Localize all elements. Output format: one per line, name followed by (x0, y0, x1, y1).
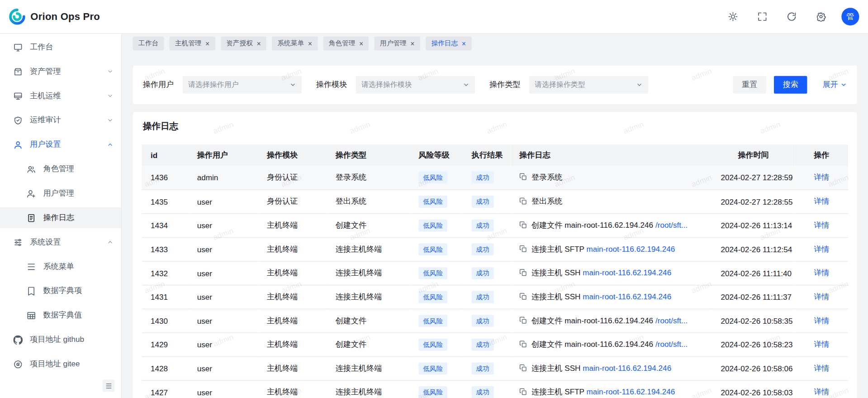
copy-icon[interactable] (519, 269, 527, 276)
cell-time: 2024-02-26 11:11:40 (712, 261, 795, 285)
detail-link[interactable]: 详情 (814, 363, 829, 372)
table-title: 操作日志 (143, 121, 848, 133)
copy-icon[interactable] (519, 340, 527, 348)
sidebar-subitem[interactable]: 角色管理 (0, 158, 121, 180)
table-row: 1429user主机终端创建文件低风险成功创建文件 main-root-116.… (142, 332, 848, 356)
detail-link[interactable]: 详情 (814, 316, 829, 325)
tab-chip[interactable]: 用户管理× (375, 37, 420, 51)
tab-close-icon[interactable]: × (359, 40, 363, 47)
sidebar-item[interactable]: 主机运维 (0, 85, 121, 106)
column-header: 风险等级 (410, 144, 463, 166)
sidebar-subitem[interactable]: 用户管理 (0, 183, 121, 204)
sidebar-item[interactable]: 运维审计 (0, 110, 121, 131)
sidebar-item-label: 资产管理 (30, 67, 107, 77)
tab-chip[interactable]: 资产授权× (221, 37, 266, 51)
sidebar-item[interactable]: 项目地址 github (0, 329, 121, 350)
sidebar-item[interactable]: 用户设置 (0, 134, 121, 155)
cell-log: 创建文件 main-root-116.62.194.246 /root/sft.… (510, 213, 711, 237)
detail-link[interactable]: 详情 (814, 387, 829, 396)
log-link[interactable]: main-root-116.62.194.246 (586, 387, 675, 396)
app-header: Orion Ops Pro 管 (0, 0, 868, 34)
detail-link[interactable]: 详情 (814, 221, 829, 230)
sidebar-item[interactable]: 系统设置 (0, 232, 121, 253)
filter-select[interactable]: 请选择操作用户 (183, 76, 302, 94)
refresh-icon (787, 12, 797, 22)
log-text: 登出系统 (531, 197, 563, 206)
refresh-button[interactable] (783, 8, 801, 25)
detail-link[interactable]: 详情 (814, 197, 829, 206)
host-ops-icon (13, 91, 23, 101)
sidebar-item[interactable]: 工作台 (0, 37, 121, 58)
cell-module: 主机终端 (258, 213, 327, 237)
fullscreen-button[interactable] (754, 8, 771, 25)
expand-label: 展开 (823, 80, 838, 90)
settings-button[interactable] (812, 8, 830, 25)
log-link[interactable]: /root/sft... (655, 340, 688, 349)
cell-id: 1431 (142, 285, 188, 309)
sidebar-collapse-button[interactable] (102, 379, 114, 392)
copy-icon[interactable] (519, 388, 527, 395)
tab-close-icon[interactable]: × (308, 40, 312, 47)
cell-action: 详情 (795, 332, 848, 356)
log-link[interactable]: /root/sft... (655, 316, 688, 325)
tab-close-icon[interactable]: × (205, 40, 209, 47)
copy-icon[interactable] (519, 364, 527, 371)
tab-chip[interactable]: 操作日志× (426, 37, 471, 51)
column-header: 执行结果 (463, 144, 510, 166)
sidebar-subitem[interactable]: 数据字典项 (0, 280, 121, 302)
sun-icon (728, 12, 738, 22)
copy-icon[interactable] (519, 316, 527, 324)
risk-tag: 低风险 (418, 291, 447, 303)
copy-icon[interactable] (519, 221, 527, 229)
theme-toggle-button[interactable] (724, 8, 742, 25)
detail-link[interactable]: 详情 (814, 292, 829, 301)
chevron-down-icon (463, 82, 470, 88)
tab-close-icon[interactable]: × (256, 40, 261, 47)
copy-icon[interactable] (519, 197, 527, 205)
tab-label: 主机管理 (175, 39, 202, 48)
cell-time: 2024-02-26 11:13:14 (712, 213, 795, 237)
table-row: 1431user主机终端连接主机终端低风险成功连接主机 SSH main-roo… (142, 285, 848, 309)
cell-module: 主机终端 (258, 380, 327, 398)
detail-link[interactable]: 详情 (814, 173, 829, 182)
expand-toggle[interactable]: 展开 (823, 80, 847, 90)
detail-link[interactable]: 详情 (814, 244, 829, 253)
reset-button[interactable]: 重置 (733, 76, 766, 94)
cell-time: 2024-02-26 10:58:03 (712, 380, 795, 398)
tab-close-icon[interactable]: × (462, 40, 466, 47)
user-manage-icon (27, 189, 36, 198)
detail-link[interactable]: 详情 (814, 268, 829, 277)
copy-icon[interactable] (519, 173, 527, 181)
log-link[interactable]: main-root-116.62.194.246 (583, 292, 671, 301)
sidebar-item[interactable]: 项目地址 gitee (0, 354, 121, 375)
log-link[interactable]: main-root-116.62.194.246 (586, 244, 675, 253)
sidebar-item[interactable]: 资产管理 (0, 61, 121, 82)
filter-select[interactable]: 请选择操作模块 (356, 76, 475, 94)
cell-log: 连接主机 SSH main-root-116.62.194.246 (510, 285, 711, 309)
cell-module: 主机终端 (258, 309, 327, 333)
user-avatar[interactable]: 管 (841, 8, 859, 25)
tab-close-icon[interactable]: × (410, 40, 414, 47)
log-link[interactable]: main-root-116.62.194.246 (583, 268, 671, 277)
tab-chip[interactable]: 角色管理× (323, 37, 369, 51)
sidebar: 工作台资产管理主机运维运维审计用户设置角色管理用户管理操作日志系统设置系统菜单数… (0, 34, 122, 398)
filter-select[interactable]: 请选择操作类型 (529, 76, 648, 94)
log-link[interactable]: /root/sft... (655, 221, 688, 230)
copy-icon[interactable] (519, 245, 527, 252)
chevron-down-icon (107, 68, 114, 75)
sidebar-subitem-label: 数据字典项 (43, 286, 113, 296)
search-button[interactable]: 搜索 (774, 76, 807, 94)
sidebar-subitem[interactable]: 操作日志 (0, 207, 121, 229)
cell-risk: 低风险 (410, 332, 463, 356)
tab-chip[interactable]: 系统菜单× (272, 37, 318, 51)
cell-time: 2024-02-26 11:12:54 (712, 237, 795, 261)
tab-chip[interactable]: 工作台 (133, 37, 164, 51)
detail-link[interactable]: 详情 (814, 340, 829, 349)
cell-id: 1429 (142, 332, 188, 356)
tab-chip[interactable]: 主机管理× (170, 37, 215, 51)
log-link[interactable]: main-root-116.62.194.246 (583, 363, 671, 372)
cell-user: user (188, 356, 258, 380)
sidebar-subitem[interactable]: 数据字典值 (0, 305, 121, 326)
copy-icon[interactable] (519, 293, 527, 300)
sidebar-subitem[interactable]: 系统菜单 (0, 256, 121, 277)
